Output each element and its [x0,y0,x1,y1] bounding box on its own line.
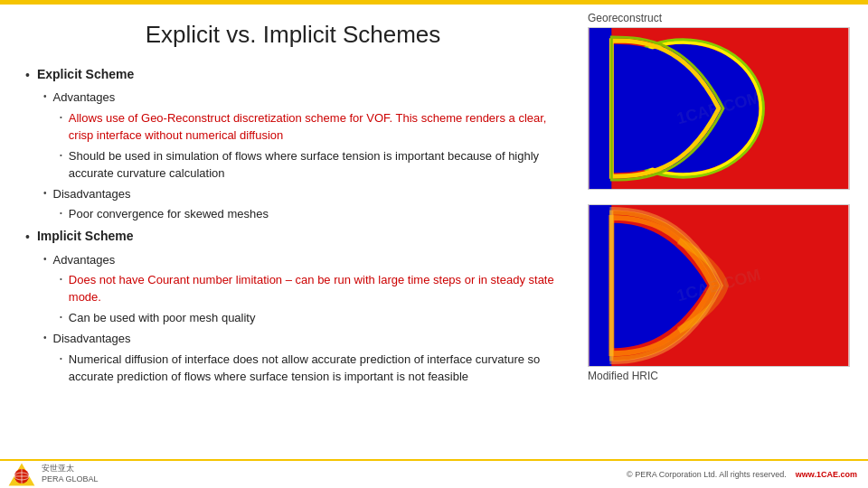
exp-disadvantages-item: • Disadvantages [43,186,561,203]
implicit-sub-list: • Advantages • Does not have Courant num… [43,252,561,386]
modified-hric-section: 1CAE.COM Modified HRIC [579,204,859,385]
exp-advantages-item: • Advantages [43,89,561,107]
bottom-bar: 安世亚太PERA GLOBAL © PERA Corporation Ltd. … [0,459,868,488]
bullet-l2-symbol-imp-dis: • [43,332,47,345]
imp-advantages-item: • Advantages [43,252,561,269]
bullet-l1-symbol: • [25,66,30,84]
modified-hric-label: Modified HRIC [579,370,658,382]
content-area: • Explicit Scheme • Advantages • Allows … [25,65,561,389]
imp-dis-list: • Numerical diffusion of interface does … [60,352,561,386]
exp-adv-2-item: • Should be used in simulation of flows … [60,148,561,183]
imp-disadvantages-item: • Disadvantages [43,331,561,348]
georeconstruct-svg [589,28,849,189]
website-string: www.1CAE.com [796,470,857,479]
bullet-l3-symbol-6: • [60,353,62,364]
bullet-l2-symbol-imp-adv: • [43,253,47,267]
copyright-string: © PERA Corporation Ltd. All rights reser… [627,470,787,479]
imp-adv-list: • Does not have Courant number limitatio… [60,272,561,327]
imp-dis-1-text: Numerical diffusion of interface does no… [69,352,561,386]
exp-adv-2-text: Should be used in simulation of flows wh… [69,148,561,183]
georeconstruct-label: Georeconstruct [579,12,662,24]
copyright-text: © PERA Corporation Ltd. All rights reser… [627,470,857,479]
imp-dis-1-item: • Numerical diffusion of interface does … [60,352,561,386]
imp-advantages-label: Advantages [53,252,116,269]
exp-adv-list: • Allows use of Geo-Reconstruct discreti… [60,110,561,182]
imp-adv-2-item: • Can be used with poor mesh quality [60,310,561,327]
bullet-l3-symbol-2: • [60,150,62,161]
modified-hric-svg [589,205,849,366]
explicit-scheme-item: • Explicit Scheme [25,65,561,84]
company-name: 安世亚太PERA GLOBAL [42,464,99,484]
modified-hric-image: 1CAE.COM [588,204,850,367]
exp-dis-1-text: Poor convergence for skewed meshes [69,206,269,223]
implicit-scheme-label: Implicit Scheme [37,227,134,245]
right-panel: Georeconstruct [579,5,868,459]
imp-adv-1-item: • Does not have Courant number limitatio… [60,272,561,306]
svg-rect-6 [590,205,612,366]
imp-adv-2-text: Can be used with poor mesh quality [69,310,256,327]
georeconstruct-image: 1CAE.COM [588,27,850,190]
imp-disadvantages-label: Disadvantages [53,331,131,348]
exp-advantages-label: Advantages [53,89,116,107]
company-logo-icon [7,462,36,487]
bullet-l3-symbol-5: • [60,312,62,323]
exp-disadvantages-label: Disadvantages [53,186,131,203]
slide-title: Explicit vs. Implicit Schemes [25,21,561,49]
explicit-sub-list: • Advantages • Allows use of Geo-Reconst… [43,89,561,223]
bullet-l3-symbol-1: • [60,112,62,123]
bullet-l3-symbol-3: • [60,208,62,219]
exp-adv-1-item: • Allows use of Geo-Reconstruct discreti… [60,110,561,145]
exp-dis-list: • Poor convergence for skewed meshes [60,206,561,223]
explicit-scheme-label: Explicit Scheme [37,65,134,83]
imp-adv-1-text: Does not have Courant number limitation … [69,272,561,306]
exp-adv-1-text: Allows use of Geo-Reconstruct discretiza… [69,110,561,145]
bullet-l2-symbol-dis: • [43,187,47,201]
implicit-scheme-item: • Implicit Scheme [25,227,561,246]
left-panel: Explicit vs. Implicit Schemes • Explicit… [0,5,579,459]
logo-area: 安世亚太PERA GLOBAL [7,462,99,487]
bullet-l1-symbol-imp: • [25,228,30,246]
main-content: Explicit vs. Implicit Schemes • Explicit… [0,5,868,459]
georeconstruct-section: Georeconstruct [579,12,859,190]
bullet-l3-symbol-4: • [60,274,62,285]
svg-rect-4 [590,28,612,189]
bullet-l2-symbol: • [43,90,47,104]
exp-dis-1-item: • Poor convergence for skewed meshes [60,206,561,223]
